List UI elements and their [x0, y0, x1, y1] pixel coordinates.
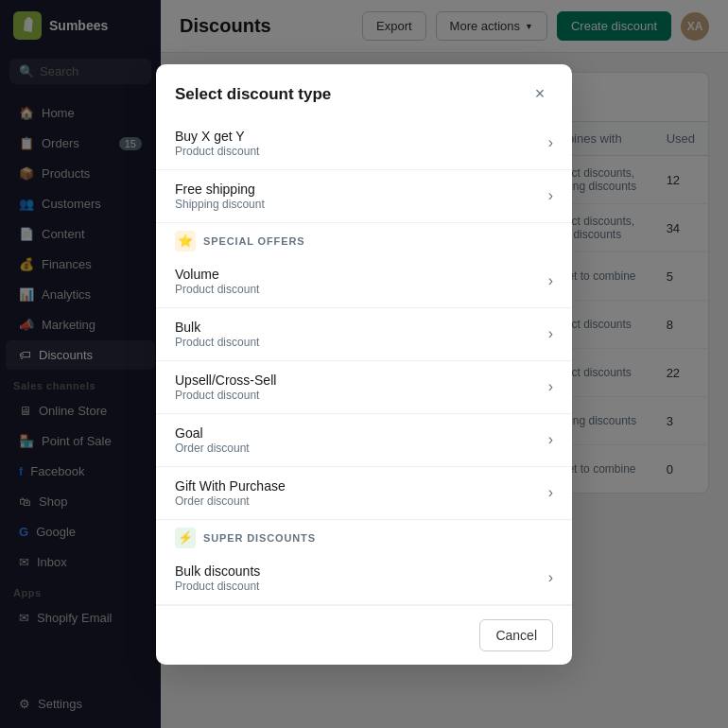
- option-text: Bulk discounts Product discount: [175, 563, 548, 593]
- option-title: Goal: [175, 425, 548, 441]
- option-text: Buy X get Y Product discount: [175, 129, 548, 158]
- option-title: Upsell/Cross-Sell: [175, 373, 548, 388]
- modal-title: Select discount type: [175, 85, 331, 104]
- super-discounts-icon: ⚡: [175, 528, 196, 548]
- option-title: Gift With Purchase: [175, 478, 548, 494]
- discount-option-upsell-cross-sell[interactable]: Upsell/Cross-Sell Product discount ›: [156, 361, 572, 414]
- chevron-right-icon: ›: [548, 569, 553, 586]
- special-offers-section-label: ⭐ SPECIAL OFFERS: [156, 223, 572, 255]
- option-subtitle: Product discount: [175, 389, 548, 402]
- chevron-right-icon: ›: [548, 272, 553, 289]
- chevron-right-icon: ›: [548, 325, 553, 342]
- chevron-right-icon: ›: [548, 378, 553, 395]
- option-text: Goal Order discount: [175, 425, 548, 455]
- option-subtitle: Product discount: [175, 145, 548, 158]
- modal-overlay[interactable]: Select discount type × Buy X get Y Produ…: [0, 0, 728, 728]
- option-subtitle: Order discount: [175, 494, 548, 508]
- super-discounts-label: SUPER DISCOUNTS: [203, 532, 316, 544]
- discount-option-bulk[interactable]: Bulk Product discount ›: [156, 308, 572, 361]
- chevron-right-icon: ›: [548, 134, 553, 151]
- chevron-right-icon: ›: [548, 187, 553, 204]
- option-text: Bulk Product discount: [175, 320, 548, 349]
- special-offers-label: SPECIAL OFFERS: [203, 235, 304, 247]
- discount-option-gift-with-purchase[interactable]: Gift With Purchase Order discount ›: [156, 467, 572, 520]
- modal-header: Select discount type ×: [156, 64, 572, 117]
- chevron-right-icon: ›: [548, 431, 553, 448]
- option-subtitle: Product discount: [175, 283, 548, 296]
- option-title: Free shipping: [175, 182, 548, 197]
- modal-close-button[interactable]: ×: [527, 81, 553, 108]
- option-title: Volume: [175, 267, 548, 282]
- option-text: Volume Product discount: [175, 267, 548, 296]
- discount-option-volume[interactable]: Volume Product discount ›: [156, 255, 572, 308]
- option-subtitle: Product discount: [175, 336, 548, 349]
- super-discounts-section-label: ⚡ SUPER DISCOUNTS: [156, 520, 572, 552]
- discount-option-buy-x-get-y[interactable]: Buy X get Y Product discount ›: [156, 117, 572, 170]
- option-subtitle: Product discount: [175, 580, 548, 593]
- cancel-button[interactable]: Cancel: [479, 619, 553, 651]
- modal-footer: Cancel: [156, 605, 572, 665]
- option-title: Bulk: [175, 320, 548, 335]
- option-subtitle: Order discount: [175, 442, 548, 455]
- special-offers-icon: ⭐: [175, 231, 196, 251]
- option-text: Gift With Purchase Order discount: [175, 478, 548, 508]
- option-title: Bulk discounts: [175, 563, 548, 579]
- discount-option-goal[interactable]: Goal Order discount ›: [156, 414, 572, 467]
- discount-option-bulk-discounts[interactable]: Bulk discounts Product discount ›: [156, 552, 572, 605]
- option-title: Buy X get Y: [175, 129, 548, 144]
- discount-option-free-shipping[interactable]: Free shipping Shipping discount ›: [156, 170, 572, 223]
- option-subtitle: Shipping discount: [175, 198, 548, 211]
- option-text: Free shipping Shipping discount: [175, 182, 548, 211]
- chevron-right-icon: ›: [548, 484, 553, 501]
- option-text: Upsell/Cross-Sell Product discount: [175, 373, 548, 402]
- select-discount-type-modal: Select discount type × Buy X get Y Produ…: [156, 64, 572, 665]
